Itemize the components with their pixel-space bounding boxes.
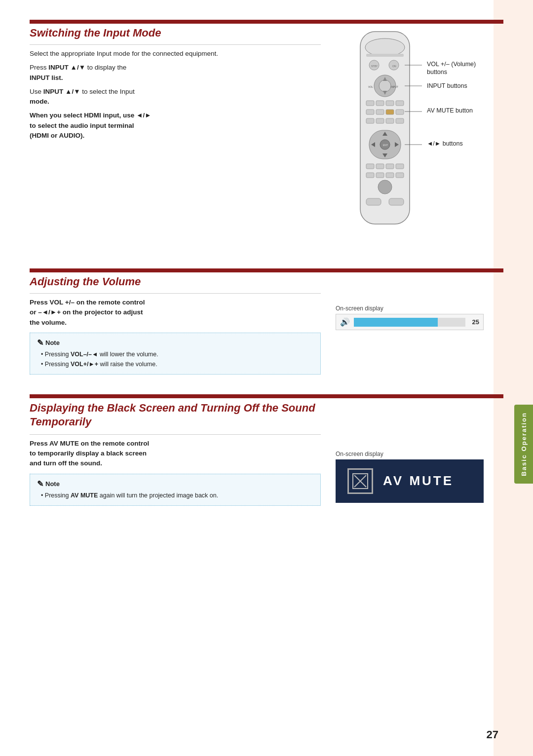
instr1-inputlist: INPUT list. xyxy=(30,74,63,81)
callout-input: INPUT buttons xyxy=(427,82,491,89)
avmute-icon-box xyxy=(347,468,373,494)
volume-bar-container: 🔊 25 xyxy=(336,314,484,330)
section3-note-title: ✎ Note xyxy=(37,479,313,489)
svg-rect-42 xyxy=(389,198,404,205)
section2-note-box: ✎ Note Pressing VOL–/–◄ will lower the v… xyxy=(30,333,321,375)
section2-onscreen-label: On-screen display xyxy=(336,305,503,312)
vol-bar-background xyxy=(354,318,465,327)
svg-text:VOL: VOL xyxy=(368,85,373,88)
instr1-prefix: Press xyxy=(30,64,48,71)
svg-rect-22 xyxy=(376,118,384,123)
section-black-screen: Displaying the Black Screen and Turning … xyxy=(30,394,503,511)
section3-title-text: Displaying the Black Screen and Turning … xyxy=(30,402,315,428)
section3-divider xyxy=(30,434,321,435)
svg-rect-14 xyxy=(376,101,384,106)
svg-rect-24 xyxy=(396,118,404,123)
section2-bar xyxy=(30,268,503,272)
volume-icon: 🔊 xyxy=(340,317,350,327)
svg-text:ENT: ENT xyxy=(383,144,388,147)
volume-display-area: On-screen display 🔊 25 xyxy=(336,305,503,330)
note-item-2: Pressing VOL+/►+ will raise the volume. xyxy=(37,359,313,369)
instr3-bold: When you select HDMI input, use ◄/►to se… xyxy=(30,112,152,139)
svg-rect-36 xyxy=(366,173,374,178)
svg-rect-23 xyxy=(386,118,394,123)
svg-rect-37 xyxy=(376,173,384,178)
side-tab-label: Basic Operation xyxy=(520,412,528,476)
svg-rect-34 xyxy=(386,164,394,169)
svg-rect-2 xyxy=(366,54,404,57)
instr2-suffix: to select the Input xyxy=(80,88,135,95)
svg-rect-41 xyxy=(366,198,381,205)
section3-instruction: Press AV MUTE on the remote controlto te… xyxy=(30,439,321,469)
svg-point-1 xyxy=(365,38,405,56)
section-volume: Adjusting the Volume Press VOL +/– on th… xyxy=(30,268,503,379)
remote-svg: STBY ON VOL INPUT xyxy=(336,27,434,234)
note-label2: Note xyxy=(45,480,60,488)
section1-right: STBY ON VOL INPUT xyxy=(336,27,503,254)
svg-rect-18 xyxy=(376,110,384,114)
note-icon: ✎ xyxy=(37,338,43,347)
svg-rect-13 xyxy=(366,101,374,106)
section2-content: Adjusting the Volume Press VOL +/– on th… xyxy=(30,275,503,379)
svg-rect-17 xyxy=(366,110,374,114)
section2-instruction: Press VOL +/– on the remote controlor –◄… xyxy=(30,298,321,328)
instr2-mode: mode. xyxy=(30,98,49,105)
svg-rect-19 xyxy=(386,110,394,114)
section2-note-title: ✎ Note xyxy=(37,338,313,347)
section3-onscreen-label: On-screen display xyxy=(336,451,503,457)
section3-right: On-screen display AV MUTE xyxy=(336,401,503,511)
section3-bar xyxy=(30,394,503,398)
vol-number: 25 xyxy=(469,318,479,326)
avmute-icon-svg xyxy=(351,472,369,490)
svg-rect-15 xyxy=(386,101,394,106)
instr2-prefix: Use xyxy=(30,88,43,95)
instr1-bold: INPUT ▲/▼ xyxy=(48,64,85,71)
avmute-text: AV MUTE xyxy=(383,473,454,489)
section1-bar xyxy=(30,20,503,24)
svg-text:ON: ON xyxy=(392,65,396,68)
svg-rect-20 xyxy=(396,110,404,114)
section3-content: Displaying the Black Screen and Turning … xyxy=(30,401,503,511)
svg-rect-32 xyxy=(366,164,374,169)
section3-title: Displaying the Black Screen and Turning … xyxy=(30,401,321,429)
callout-avmute: AV MUTE button xyxy=(427,107,491,114)
instr-vol-bold: VOL +/– xyxy=(50,299,75,306)
section1-instruction1: Press INPUT ▲/▼ to display the INPUT lis… xyxy=(30,63,321,83)
instr-avmute-prefix: Press xyxy=(30,440,49,447)
svg-rect-21 xyxy=(366,118,374,123)
svg-rect-39 xyxy=(396,173,404,178)
section1-content: Switching the Input Mode Select the appr… xyxy=(30,27,503,254)
callout-lr: ◄/► buttons xyxy=(427,140,491,147)
section1-divider xyxy=(30,44,321,45)
svg-point-40 xyxy=(378,180,392,194)
svg-point-8 xyxy=(379,80,391,92)
note-item-1: Pressing VOL–/–◄ will lower the volume. xyxy=(37,349,313,359)
note-label: Note xyxy=(45,339,60,346)
page-container: Basic Operation 27 Switching the Input M… xyxy=(0,0,533,756)
section3-note-box: ✎ Note Pressing AV MUTE again will turn … xyxy=(30,474,321,506)
instr-avmute-bold: AV MUTE xyxy=(49,440,79,447)
instr2-bold: INPUT ▲/▼ xyxy=(43,88,80,95)
instr-vol-prefix: Press xyxy=(30,299,50,306)
section2-left: Adjusting the Volume Press VOL +/– on th… xyxy=(30,275,321,379)
avmute-display-area: On-screen display AV MUTE xyxy=(336,451,503,503)
section1-title: Switching the Input Mode xyxy=(30,27,321,39)
vol-bar-fill xyxy=(354,318,438,327)
svg-text:INPUT: INPUT xyxy=(391,85,398,88)
section3-note-item-1: Pressing AV MUTE again will turn the pro… xyxy=(37,491,313,500)
avmute-display: AV MUTE xyxy=(336,459,484,503)
section2-divider xyxy=(30,293,321,294)
section-switching-input: Switching the Input Mode Select the appr… xyxy=(30,20,503,254)
section1-instruction3: When you select HDMI input, use ◄/►to se… xyxy=(30,111,321,141)
svg-text:STBY: STBY xyxy=(371,65,378,68)
svg-rect-0 xyxy=(360,32,410,224)
section2-title: Adjusting the Volume xyxy=(30,275,321,288)
section1-left: Switching the Input Mode Select the appr… xyxy=(30,27,321,254)
svg-rect-38 xyxy=(386,173,394,178)
instr1-suffix: to display the xyxy=(85,64,126,71)
callout-vol: VOL +/– (Volume) buttons xyxy=(427,60,491,76)
page-number: 27 xyxy=(487,728,498,741)
svg-rect-33 xyxy=(376,164,384,169)
section1-instruction2: Use INPUT ▲/▼ to select the Input mode. xyxy=(30,87,321,107)
note-icon2: ✎ xyxy=(37,479,43,489)
